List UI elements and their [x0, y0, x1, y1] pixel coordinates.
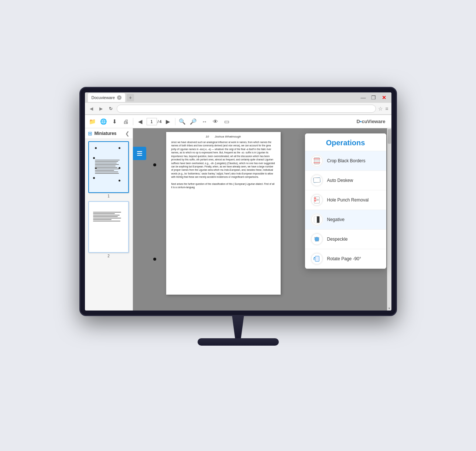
- operations-panel: Operations: [305, 133, 386, 269]
- page-navigation: / 4: [147, 118, 162, 125]
- download-icon[interactable]: ⬇: [110, 117, 120, 126]
- document-area: ▲ ▼ 10 Joshua Whatmough: [133, 128, 391, 311]
- back-button[interactable]: ◀: [88, 105, 95, 112]
- thumb-dot: [95, 147, 97, 149]
- thumb-dot: [93, 177, 95, 179]
- thumbnail-number-2: 2: [107, 254, 110, 258]
- ops-item-crop[interactable]: Crop Black Borders: [305, 151, 386, 171]
- page-author: Joshua Whatmough: [215, 135, 241, 138]
- window-controls: — ❐ ✕: [359, 94, 388, 101]
- operations-trigger-icon: [136, 150, 143, 157]
- svg-rect-4: [314, 157, 319, 164]
- tab-label: Docuvieware: [92, 95, 115, 100]
- svg-point-25: [318, 240, 319, 242]
- operations-trigger-button[interactable]: [133, 147, 146, 160]
- dv-toolbar: 📁 🌐 ⬇ 🖨 ◀ / 4 ▶ 🔍 🔎 ↔ 👁 ▭: [85, 115, 391, 128]
- sidebar-title: Miniatures: [95, 131, 123, 136]
- svg-rect-1: [137, 153, 142, 154]
- browser-tab[interactable]: Docuvieware ✕: [88, 93, 126, 102]
- negative-svg: [311, 214, 323, 226]
- ops-label-crop: Crop Black Borders: [327, 158, 366, 163]
- tab-bar: Docuvieware ✕ + — ❐ ✕: [85, 92, 391, 103]
- thumbnail-item[interactable]: 1: [87, 141, 130, 198]
- url-input[interactable]: [117, 105, 376, 113]
- toolbar-separator-1: [133, 118, 133, 125]
- main-area: ⊞ Miniatures ❮: [85, 128, 391, 311]
- zoom-in-icon[interactable]: 🔎: [189, 117, 198, 126]
- sidebar-close-button[interactable]: ❮: [125, 130, 130, 136]
- tab-close-button[interactable]: ✕: [117, 95, 121, 100]
- crop-icon: [310, 154, 323, 167]
- crop-svg: [311, 155, 323, 167]
- thumb-dot: [119, 147, 120, 149]
- ops-item-despeckle[interactable]: Despeckle: [305, 230, 386, 249]
- deskew-icon: [310, 174, 323, 187]
- page-dot-4: [153, 258, 156, 261]
- forward-button[interactable]: ▶: [97, 105, 105, 112]
- thumbnail-scroll[interactable]: 1: [85, 139, 133, 311]
- menu-icon[interactable]: ≡: [385, 106, 388, 112]
- thumb-text-area: [95, 160, 122, 174]
- ops-item-rotate[interactable]: Rotate Page -90°: [305, 249, 386, 269]
- monitor-stand-base: [198, 338, 279, 346]
- scrollbar[interactable]: ▲ ▼: [387, 128, 391, 311]
- logo-doc: D: [356, 119, 360, 124]
- fit-width-icon[interactable]: ↔: [200, 117, 209, 126]
- prev-page-icon[interactable]: ◀: [136, 117, 145, 126]
- svg-point-23: [318, 237, 319, 238]
- refresh-button[interactable]: ↻: [107, 105, 114, 112]
- page-header: 10 Joshua Whatmough: [166, 132, 281, 138]
- svg-rect-18: [314, 216, 316, 223]
- svg-rect-9: [314, 178, 320, 182]
- page-dot-3: [153, 163, 156, 166]
- close-button[interactable]: ✕: [380, 94, 388, 101]
- deskew-svg: [311, 174, 323, 186]
- thumbnail-frame-1[interactable]: [88, 141, 129, 193]
- grid-icon: ⊞: [88, 130, 92, 136]
- document-page: 10 Joshua Whatmough since we have observ…: [166, 132, 281, 295]
- zoom-out-icon[interactable]: 🔍: [178, 117, 187, 126]
- ops-label-rotate: Rotate Page -90°: [327, 256, 361, 261]
- thumbnail-item-2[interactable]: 2: [87, 201, 130, 258]
- monitor-screen: Docuvieware ✕ + — ❐ ✕ ◀ ▶ ↻ ☆: [85, 92, 391, 311]
- ops-item-hole[interactable]: Hole Punch Removal: [305, 190, 386, 210]
- maximize-button[interactable]: ❐: [369, 94, 378, 101]
- svg-rect-27: [315, 256, 319, 261]
- monitor-stand-neck: [223, 316, 253, 338]
- thumb-dot: [119, 180, 120, 182]
- scrollbar-thumb[interactable]: [388, 129, 391, 144]
- next-page-icon[interactable]: ▶: [163, 117, 173, 126]
- svg-point-24: [315, 241, 316, 242]
- ops-label-negative: Negative: [327, 217, 345, 222]
- scroll-down-arrow[interactable]: ▼: [387, 306, 391, 311]
- operations-header: Operations: [305, 133, 386, 151]
- rotate-icon: [310, 252, 323, 265]
- print-icon[interactable]: 🖨: [121, 117, 131, 126]
- hole-svg: [311, 194, 323, 206]
- ops-item-negative[interactable]: Negative: [305, 210, 386, 230]
- thumbnail-frame-2[interactable]: [88, 201, 129, 253]
- svg-rect-2: [137, 155, 142, 156]
- page-view-icon[interactable]: ▭: [222, 117, 232, 126]
- eye-icon[interactable]: 👁: [211, 117, 220, 126]
- svg-rect-0: [137, 151, 142, 152]
- thumbnail-number-1: 1: [107, 194, 110, 198]
- ops-label-hole: Hole Punch Removal: [327, 197, 369, 203]
- page-number-input[interactable]: [147, 118, 157, 125]
- new-tab-button[interactable]: +: [127, 94, 134, 101]
- logo-vieware: cuVieware: [362, 119, 385, 124]
- svg-point-22: [314, 237, 315, 238]
- open-file-icon[interactable]: 📁: [88, 117, 97, 126]
- paragraph-2: Next arises the further question of the …: [171, 182, 275, 189]
- bookmark-icon[interactable]: ☆: [378, 106, 383, 112]
- web-icon[interactable]: 🌐: [99, 117, 109, 126]
- despeckle-svg: [311, 233, 323, 245]
- minimize-button[interactable]: —: [359, 94, 368, 101]
- ops-label-despeckle: Despeckle: [327, 237, 348, 242]
- paragraph-1: since we have observed such an analogica…: [171, 140, 275, 179]
- sidebar: ⊞ Miniatures ❮: [85, 128, 133, 311]
- browser-chrome: Docuvieware ✕ + — ❐ ✕ ◀ ▶ ↻ ☆: [85, 92, 391, 115]
- hole-icon: [310, 193, 323, 207]
- page-separator: /: [158, 119, 159, 124]
- ops-item-deskew[interactable]: Auto Deskew: [305, 171, 386, 190]
